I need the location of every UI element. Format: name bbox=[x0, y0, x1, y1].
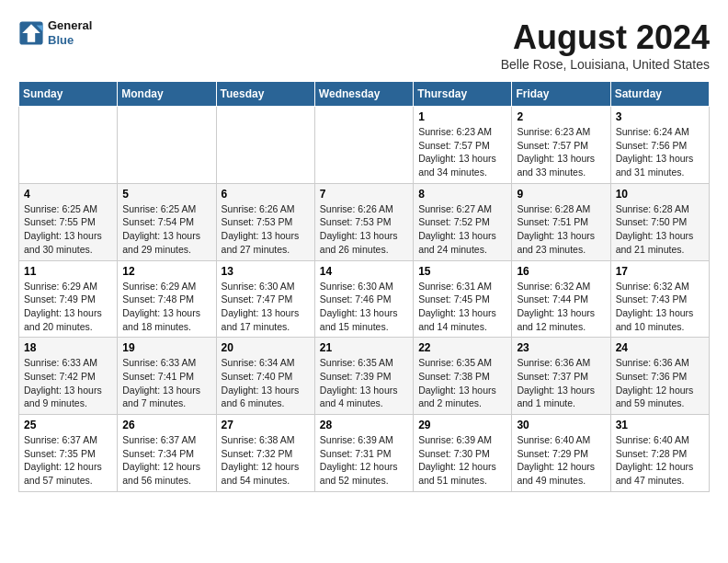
day-number: 11 bbox=[24, 265, 112, 278]
calendar-cell: 8Sunrise: 6:27 AM Sunset: 7:52 PM Daylig… bbox=[414, 183, 512, 260]
day-number: 4 bbox=[24, 188, 112, 201]
day-info: Sunrise: 6:35 AM Sunset: 7:38 PM Dayligh… bbox=[418, 356, 506, 410]
calendar-cell: 6Sunrise: 6:26 AM Sunset: 7:53 PM Daylig… bbox=[216, 183, 314, 260]
day-info: Sunrise: 6:33 AM Sunset: 7:42 PM Dayligh… bbox=[24, 356, 112, 410]
day-number: 22 bbox=[418, 341, 506, 354]
day-info: Sunrise: 6:25 AM Sunset: 7:54 PM Dayligh… bbox=[122, 202, 210, 257]
day-info: Sunrise: 6:39 AM Sunset: 7:31 PM Dayligh… bbox=[320, 433, 408, 488]
day-number: 24 bbox=[616, 341, 704, 354]
calendar-cell: 12Sunrise: 6:29 AM Sunset: 7:48 PM Dayli… bbox=[118, 260, 216, 338]
location: Belle Rose, Louisiana, United States bbox=[501, 57, 710, 72]
day-info: Sunrise: 6:40 AM Sunset: 7:28 PM Dayligh… bbox=[616, 433, 704, 488]
calendar-cell bbox=[216, 107, 314, 184]
day-info: Sunrise: 6:28 AM Sunset: 7:51 PM Dayligh… bbox=[517, 202, 605, 257]
logo-text: General Blue bbox=[48, 18, 92, 47]
day-info: Sunrise: 6:38 AM Sunset: 7:32 PM Dayligh… bbox=[222, 433, 310, 488]
day-number: 20 bbox=[222, 341, 310, 354]
calendar: SundayMondayTuesdayWednesdayThursdayFrid… bbox=[18, 81, 710, 492]
day-info: Sunrise: 6:25 AM Sunset: 7:55 PM Dayligh… bbox=[24, 202, 112, 257]
day-header: Saturday bbox=[610, 82, 709, 107]
day-info: Sunrise: 6:24 AM Sunset: 7:56 PM Dayligh… bbox=[616, 125, 704, 179]
day-header: Thursday bbox=[414, 82, 512, 107]
calendar-cell: 20Sunrise: 6:34 AM Sunset: 7:40 PM Dayli… bbox=[216, 338, 314, 415]
day-number: 19 bbox=[122, 341, 210, 354]
calendar-cell bbox=[118, 107, 216, 184]
day-number: 12 bbox=[122, 265, 210, 278]
day-number: 29 bbox=[418, 419, 506, 431]
day-info: Sunrise: 6:33 AM Sunset: 7:41 PM Dayligh… bbox=[122, 356, 210, 410]
calendar-cell: 11Sunrise: 6:29 AM Sunset: 7:49 PM Dayli… bbox=[19, 260, 118, 338]
calendar-cell: 19Sunrise: 6:33 AM Sunset: 7:41 PM Dayli… bbox=[118, 338, 216, 415]
calendar-week-row: 4Sunrise: 6:25 AM Sunset: 7:55 PM Daylig… bbox=[19, 183, 710, 260]
day-number: 27 bbox=[222, 419, 310, 431]
calendar-cell bbox=[19, 107, 118, 184]
day-info: Sunrise: 6:30 AM Sunset: 7:47 PM Dayligh… bbox=[222, 280, 310, 334]
calendar-cell: 23Sunrise: 6:36 AM Sunset: 7:37 PM Dayli… bbox=[512, 338, 610, 415]
day-info: Sunrise: 6:31 AM Sunset: 7:45 PM Dayligh… bbox=[418, 280, 506, 334]
calendar-cell: 14Sunrise: 6:30 AM Sunset: 7:46 PM Dayli… bbox=[314, 260, 413, 338]
day-number: 16 bbox=[517, 265, 605, 278]
logo-icon bbox=[18, 20, 44, 46]
day-number: 31 bbox=[616, 419, 704, 431]
calendar-cell: 26Sunrise: 6:37 AM Sunset: 7:34 PM Dayli… bbox=[118, 415, 216, 492]
day-number: 9 bbox=[517, 188, 605, 201]
day-info: Sunrise: 6:34 AM Sunset: 7:40 PM Dayligh… bbox=[222, 356, 310, 410]
day-number: 26 bbox=[122, 419, 210, 431]
calendar-cell: 3Sunrise: 6:24 AM Sunset: 7:56 PM Daylig… bbox=[610, 107, 709, 184]
calendar-week-row: 1Sunrise: 6:23 AM Sunset: 7:57 PM Daylig… bbox=[19, 107, 710, 184]
calendar-cell: 31Sunrise: 6:40 AM Sunset: 7:28 PM Dayli… bbox=[610, 415, 709, 492]
day-info: Sunrise: 6:35 AM Sunset: 7:39 PM Dayligh… bbox=[320, 356, 408, 410]
calendar-cell: 27Sunrise: 6:38 AM Sunset: 7:32 PM Dayli… bbox=[216, 415, 314, 492]
day-info: Sunrise: 6:23 AM Sunset: 7:57 PM Dayligh… bbox=[517, 125, 605, 179]
day-info: Sunrise: 6:32 AM Sunset: 7:43 PM Dayligh… bbox=[616, 280, 704, 334]
title-area: August 2024 Belle Rose, Louisiana, Unite… bbox=[501, 18, 710, 72]
day-number: 28 bbox=[320, 419, 408, 431]
calendar-cell: 24Sunrise: 6:36 AM Sunset: 7:36 PM Dayli… bbox=[610, 338, 709, 415]
day-info: Sunrise: 6:29 AM Sunset: 7:49 PM Dayligh… bbox=[24, 280, 112, 334]
day-info: Sunrise: 6:28 AM Sunset: 7:50 PM Dayligh… bbox=[616, 202, 704, 257]
day-header: Sunday bbox=[19, 82, 118, 107]
day-info: Sunrise: 6:37 AM Sunset: 7:35 PM Dayligh… bbox=[24, 433, 112, 488]
day-info: Sunrise: 6:36 AM Sunset: 7:36 PM Dayligh… bbox=[616, 356, 704, 410]
calendar-cell: 10Sunrise: 6:28 AM Sunset: 7:50 PM Dayli… bbox=[610, 183, 709, 260]
calendar-cell: 28Sunrise: 6:39 AM Sunset: 7:31 PM Dayli… bbox=[314, 415, 413, 492]
month-title: August 2024 bbox=[501, 18, 710, 57]
day-header: Monday bbox=[118, 82, 216, 107]
calendar-cell: 13Sunrise: 6:30 AM Sunset: 7:47 PM Dayli… bbox=[216, 260, 314, 338]
day-number: 1 bbox=[418, 110, 506, 123]
day-number: 30 bbox=[517, 419, 605, 431]
calendar-week-row: 11Sunrise: 6:29 AM Sunset: 7:49 PM Dayli… bbox=[19, 260, 710, 338]
day-number: 6 bbox=[222, 188, 310, 201]
day-info: Sunrise: 6:26 AM Sunset: 7:53 PM Dayligh… bbox=[222, 202, 310, 257]
day-number: 8 bbox=[418, 188, 506, 201]
day-number: 2 bbox=[517, 110, 605, 123]
day-number: 25 bbox=[24, 419, 112, 431]
day-info: Sunrise: 6:32 AM Sunset: 7:44 PM Dayligh… bbox=[517, 280, 605, 334]
day-info: Sunrise: 6:27 AM Sunset: 7:52 PM Dayligh… bbox=[418, 202, 506, 257]
day-number: 7 bbox=[320, 188, 408, 201]
day-header: Tuesday bbox=[216, 82, 314, 107]
calendar-header-row: SundayMondayTuesdayWednesdayThursdayFrid… bbox=[19, 82, 710, 107]
day-number: 17 bbox=[616, 265, 704, 278]
calendar-cell: 7Sunrise: 6:26 AM Sunset: 7:53 PM Daylig… bbox=[314, 183, 413, 260]
calendar-cell: 15Sunrise: 6:31 AM Sunset: 7:45 PM Dayli… bbox=[414, 260, 512, 338]
day-info: Sunrise: 6:36 AM Sunset: 7:37 PM Dayligh… bbox=[517, 356, 605, 410]
day-header: Friday bbox=[512, 82, 610, 107]
calendar-cell: 9Sunrise: 6:28 AM Sunset: 7:51 PM Daylig… bbox=[512, 183, 610, 260]
calendar-cell: 4Sunrise: 6:25 AM Sunset: 7:55 PM Daylig… bbox=[19, 183, 118, 260]
day-info: Sunrise: 6:29 AM Sunset: 7:48 PM Dayligh… bbox=[122, 280, 210, 334]
calendar-week-row: 25Sunrise: 6:37 AM Sunset: 7:35 PM Dayli… bbox=[19, 415, 710, 492]
calendar-cell: 29Sunrise: 6:39 AM Sunset: 7:30 PM Dayli… bbox=[414, 415, 512, 492]
day-header: Wednesday bbox=[314, 82, 413, 107]
calendar-cell: 25Sunrise: 6:37 AM Sunset: 7:35 PM Dayli… bbox=[19, 415, 118, 492]
page-header: General Blue August 2024 Belle Rose, Lou… bbox=[18, 18, 710, 72]
logo-line1: General bbox=[48, 18, 92, 33]
calendar-cell bbox=[314, 107, 413, 184]
day-number: 14 bbox=[320, 265, 408, 278]
day-info: Sunrise: 6:37 AM Sunset: 7:34 PM Dayligh… bbox=[122, 433, 210, 488]
logo: General Blue bbox=[18, 18, 92, 47]
day-number: 23 bbox=[517, 341, 605, 354]
day-number: 13 bbox=[222, 265, 310, 278]
calendar-cell: 17Sunrise: 6:32 AM Sunset: 7:43 PM Dayli… bbox=[610, 260, 709, 338]
day-number: 21 bbox=[320, 341, 408, 354]
